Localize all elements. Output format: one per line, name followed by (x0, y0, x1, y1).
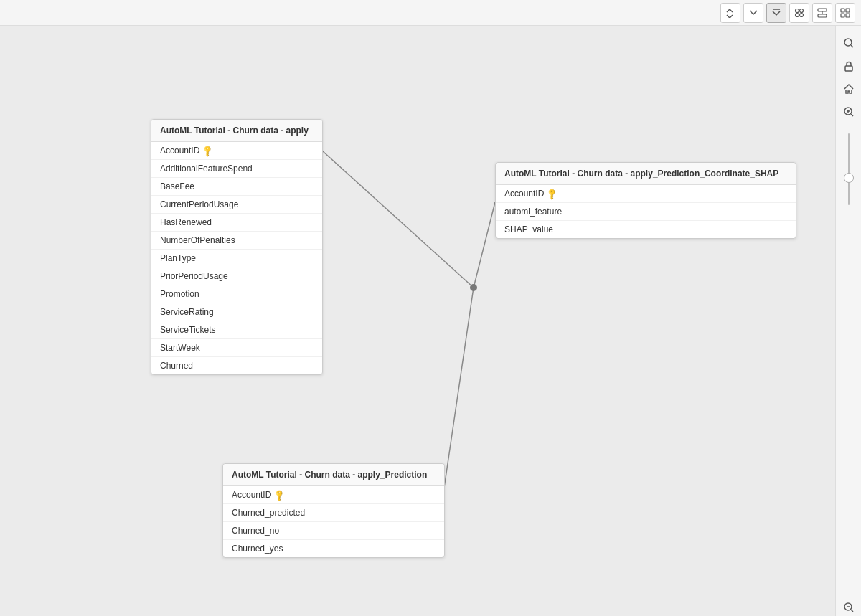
node-prediction-title: AutoML Tutorial - Churn data - apply_Pre… (223, 464, 444, 486)
node-apply-title: AutoML Tutorial - Churn data - apply (151, 120, 322, 142)
svg-rect-9 (846, 9, 850, 12)
svg-point-4 (800, 13, 804, 16)
field-name: ServiceTickets (160, 325, 216, 335)
grid-view-button[interactable] (835, 3, 855, 23)
field-name: Churned_yes (232, 544, 283, 554)
node-prediction-field-accountid[interactable]: AccountID 🔑 (223, 486, 444, 504)
node-apply-field-accountid[interactable]: AccountID 🔑 (151, 142, 322, 160)
node-shap-title: AutoML Tutorial - Churn data - apply_Pre… (496, 163, 796, 185)
node-apply-field-basefee[interactable]: BaseFee (151, 178, 322, 196)
node-prediction-field-churned-predicted[interactable]: Churned_predicted (223, 504, 444, 522)
lock-icon[interactable] (840, 57, 857, 75)
node-apply-field-servicetickets[interactable]: ServiceTickets (151, 321, 322, 339)
zoom-in-icon[interactable] (840, 103, 857, 120)
node-shap-field-shap-value[interactable]: SHAP_value (496, 221, 796, 238)
zoom-slider-track (848, 133, 850, 205)
svg-line-24 (851, 610, 853, 612)
node-apply-field-churned[interactable]: Churned (151, 357, 322, 374)
node-shap: AutoML Tutorial - Churn data - apply_Pre… (495, 162, 796, 239)
node-apply-field-hasrenewed[interactable]: HasRenewed (151, 214, 322, 232)
svg-line-13 (443, 288, 474, 498)
toolbar (0, 0, 861, 26)
field-name: AdditionalFeatureSpend (160, 164, 253, 174)
field-name: Promotion (160, 289, 199, 299)
node-apply-field-currentperiodusage[interactable]: CurrentPeriodUsage (151, 196, 322, 214)
field-name: ServiceRating (160, 307, 214, 317)
collapse-all-button[interactable] (720, 3, 740, 23)
field-name: StartWeek (160, 343, 200, 353)
zoom-slider-thumb[interactable] (844, 173, 854, 183)
svg-line-12 (323, 151, 474, 288)
node-apply-field-startweek[interactable]: StartWeek (151, 339, 322, 357)
node-view-button[interactable] (789, 3, 809, 23)
field-name: SHAP_value (504, 224, 553, 234)
field-name: Churned_predicted (232, 508, 305, 518)
node-apply-field-promotion[interactable]: Promotion (151, 285, 322, 303)
field-name: AccountID (504, 189, 544, 199)
svg-rect-10 (841, 14, 844, 17)
key-icon: 🔑 (273, 488, 286, 501)
node-apply-field-plantype[interactable]: PlanType (151, 250, 322, 267)
node-prediction-field-churned-no[interactable]: Churned_no (223, 522, 444, 540)
svg-point-15 (470, 284, 477, 291)
svg-point-16 (844, 39, 852, 46)
search-icon[interactable] (840, 34, 857, 52)
svg-line-17 (851, 45, 853, 47)
tree-view-button[interactable] (812, 3, 832, 23)
field-name: CurrentPeriodUsage (160, 199, 238, 209)
expand-all-button[interactable] (766, 3, 786, 23)
field-name: AccountID (232, 490, 271, 500)
home-icon[interactable] (840, 80, 857, 98)
field-name: HasRenewed (160, 217, 212, 227)
field-name: BaseFee (160, 181, 194, 191)
svg-line-14 (474, 202, 495, 288)
right-sidebar (835, 26, 861, 616)
field-name: PriorPeriodUsage (160, 271, 228, 281)
svg-point-3 (796, 13, 799, 16)
node-shap-field-automl-feature[interactable]: automl_feature (496, 203, 796, 221)
field-name: Churned (160, 361, 193, 371)
field-name: automl_feature (504, 207, 562, 217)
field-name: PlanType (160, 253, 196, 263)
canvas: AutoML Tutorial - Churn data - apply Acc… (0, 26, 835, 616)
key-icon: 🔑 (201, 143, 215, 157)
svg-line-20 (851, 114, 853, 116)
node-apply-field-priorperiodusage[interactable]: PriorPeriodUsage (151, 267, 322, 285)
svg-point-2 (800, 9, 804, 12)
svg-point-1 (796, 9, 799, 12)
node-apply-field-additionalfeaturespend[interactable]: AdditionalFeatureSpend (151, 160, 322, 178)
node-apply-field-servicerating[interactable]: ServiceRating (151, 303, 322, 321)
node-apply: AutoML Tutorial - Churn data - apply Acc… (151, 119, 323, 375)
field-name: Churned_no (232, 526, 279, 536)
zoom-out-icon[interactable] (840, 599, 857, 616)
field-name: NumberOfPenalties (160, 235, 235, 245)
node-prediction-field-churned-yes[interactable]: Churned_yes (223, 540, 444, 557)
expand-partial-button[interactable] (743, 3, 763, 23)
svg-rect-5 (818, 9, 827, 11)
node-apply-field-numberofpenalties[interactable]: NumberOfPenalties (151, 232, 322, 250)
svg-rect-18 (845, 66, 852, 71)
node-prediction: AutoML Tutorial - Churn data - apply_Pre… (222, 463, 445, 558)
field-name: AccountID (160, 146, 199, 156)
svg-rect-11 (846, 14, 850, 17)
node-shap-field-accountid[interactable]: AccountID 🔑 (496, 185, 796, 203)
svg-rect-8 (841, 9, 844, 12)
svg-rect-6 (818, 14, 827, 17)
key-icon: 🔑 (545, 186, 559, 200)
